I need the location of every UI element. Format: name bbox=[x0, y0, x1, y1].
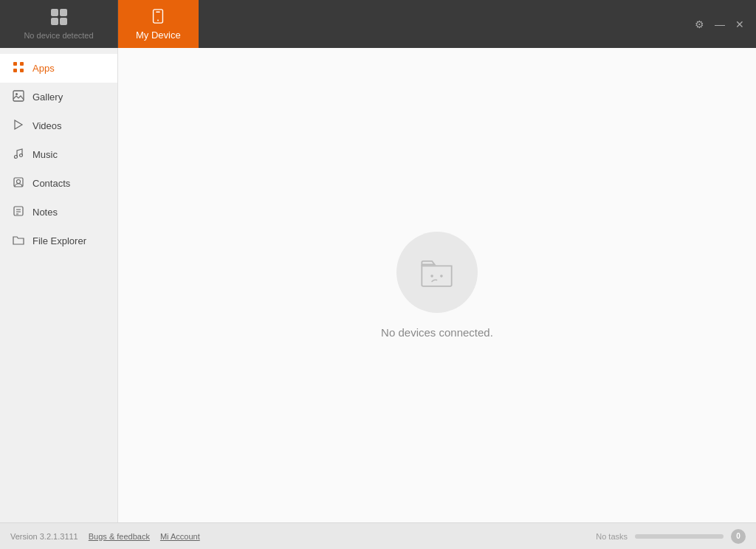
my-device-tab[interactable]: My Device bbox=[118, 0, 199, 48]
svg-point-10 bbox=[15, 156, 18, 159]
svg-rect-6 bbox=[20, 69, 24, 72]
videos-label: Videos bbox=[32, 120, 62, 131]
svg-marker-9 bbox=[15, 120, 22, 129]
empty-state: No devices connected. bbox=[381, 232, 493, 339]
task-count-badge: 0 bbox=[731, 529, 746, 544]
tasks-progress-bar bbox=[635, 534, 724, 539]
content-area: No devices connected. bbox=[118, 48, 756, 522]
svg-rect-5 bbox=[13, 69, 17, 72]
svg-point-11 bbox=[20, 154, 23, 157]
svg-point-13 bbox=[17, 180, 21, 184]
gallery-label: Gallery bbox=[32, 92, 63, 103]
close-button[interactable]: ✕ bbox=[735, 19, 744, 30]
sidebar-item-contacts[interactable]: Contacts bbox=[0, 169, 117, 198]
svg-rect-3 bbox=[13, 62, 17, 66]
music-icon bbox=[12, 148, 25, 162]
footer-right: No tasks 0 bbox=[596, 529, 746, 544]
main-layout: Apps Gallery Videos bbox=[0, 48, 756, 522]
version-label: Version 3.2.1.3111 bbox=[10, 532, 78, 541]
contacts-icon bbox=[12, 176, 25, 190]
logo-area: No device detected bbox=[0, 0, 118, 48]
contacts-label: Contacts bbox=[32, 178, 70, 189]
window-controls: ⚙ — ✕ bbox=[695, 19, 756, 30]
sidebar: Apps Gallery Videos bbox=[0, 48, 118, 522]
svg-rect-7 bbox=[13, 91, 24, 101]
settings-button[interactable]: ⚙ bbox=[695, 19, 704, 30]
titlebar: No device detected My Device ⚙ — ✕ bbox=[0, 0, 756, 48]
bugs-feedback-link[interactable]: Bugs & feedback bbox=[89, 532, 150, 541]
my-device-tab-label: My Device bbox=[136, 30, 181, 41]
sidebar-item-music[interactable]: Music bbox=[0, 140, 117, 169]
no-tasks-label: No tasks bbox=[596, 532, 628, 541]
gallery-icon bbox=[12, 90, 25, 104]
svg-rect-2 bbox=[157, 11, 161, 12]
file-explorer-label: File Explorer bbox=[32, 235, 86, 246]
svg-point-8 bbox=[16, 93, 18, 95]
device-icon bbox=[150, 8, 166, 28]
file-explorer-icon bbox=[12, 234, 25, 248]
sidebar-item-notes[interactable]: Notes bbox=[0, 198, 117, 227]
svg-point-19 bbox=[441, 274, 444, 277]
apps-icon bbox=[12, 61, 25, 75]
notes-label: Notes bbox=[32, 207, 58, 218]
svg-point-1 bbox=[157, 19, 159, 21]
mi-account-link[interactable]: Mi Account bbox=[160, 532, 200, 541]
no-devices-label: No devices connected. bbox=[381, 326, 493, 339]
svg-rect-4 bbox=[20, 62, 24, 66]
empty-icon bbox=[396, 232, 478, 313]
sidebar-item-gallery[interactable]: Gallery bbox=[0, 83, 117, 111]
footer: Version 3.2.1.3111 Bugs & feedback Mi Ac… bbox=[0, 522, 756, 549]
svg-point-18 bbox=[431, 274, 434, 277]
no-device-label: No device detected bbox=[24, 31, 93, 40]
videos-icon bbox=[12, 119, 25, 133]
sidebar-item-file-explorer[interactable]: File Explorer bbox=[0, 227, 117, 255]
apps-label: Apps bbox=[32, 63, 55, 74]
sidebar-item-apps[interactable]: Apps bbox=[0, 54, 117, 83]
music-label: Music bbox=[32, 149, 58, 160]
notes-icon bbox=[12, 205, 25, 219]
minimize-button[interactable]: — bbox=[715, 19, 725, 30]
sidebar-item-videos[interactable]: Videos bbox=[0, 111, 117, 140]
